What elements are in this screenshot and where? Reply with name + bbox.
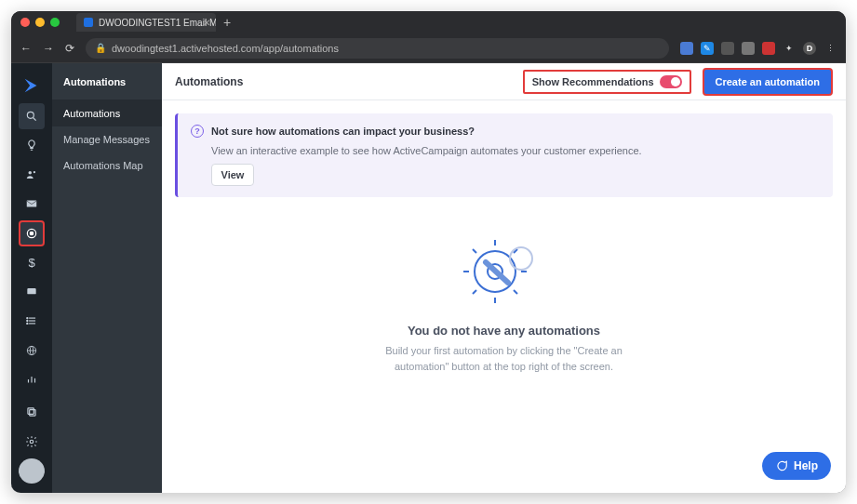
create-automation-button[interactable]: Create an automation (703, 68, 833, 96)
search-icon[interactable] (19, 103, 45, 128)
svg-point-13 (27, 323, 28, 324)
empty-title: You do not have any automations (175, 324, 833, 338)
info-banner: ? Not sure how automations can impact yo… (175, 113, 833, 197)
browser-toolbar: ← → ⟳ 🔒 dwoodingtest1.activehosted.com/a… (11, 33, 846, 63)
chat-icon[interactable] (19, 279, 45, 304)
left-rail: $ (11, 63, 52, 493)
sidebar-header: Automations (52, 63, 162, 100)
banner-title: Not sure how automations can impact your… (211, 126, 475, 137)
svg-point-11 (27, 318, 28, 319)
empty-description: Build your first automation by clicking … (383, 343, 625, 374)
list-icon[interactable] (19, 308, 45, 333)
reload-button[interactable]: ⟳ (65, 42, 74, 55)
copy-icon[interactable] (19, 400, 45, 425)
extension-area: ✎ ✦ D ⋮ (680, 42, 837, 55)
window-titlebar: DWOODINGTEST1 Email Mark ✕ + (11, 11, 846, 33)
svg-point-3 (33, 171, 35, 173)
close-window-icon[interactable] (20, 18, 30, 27)
svg-line-1 (33, 118, 36, 121)
svg-point-2 (29, 171, 33, 175)
ext-icon-3[interactable] (721, 42, 734, 55)
sidebar-item-manage-messages[interactable]: Manage Messages (52, 126, 162, 153)
lightbulb-icon[interactable] (19, 133, 45, 158)
dollar-icon[interactable]: $ (19, 250, 45, 275)
minimize-window-icon[interactable] (35, 18, 45, 27)
main-panel: Automations Show Recommendations Create … (162, 63, 846, 493)
chat-bubble-icon (775, 459, 788, 472)
help-label: Help (794, 459, 818, 472)
content-area: ? Not sure how automations can impact yo… (162, 100, 846, 493)
lock-icon: 🔒 (95, 43, 106, 53)
svg-rect-20 (30, 410, 35, 416)
profile-avatar[interactable]: D (803, 42, 816, 55)
banner-view-button[interactable]: View (211, 164, 254, 186)
empty-state: You do not have any automations Build yo… (175, 234, 833, 374)
window-controls (20, 18, 60, 27)
user-avatar[interactable] (19, 458, 45, 484)
reports-icon[interactable] (19, 366, 45, 391)
sidebar-item-automations-map[interactable]: Automations Map (52, 153, 162, 179)
new-tab-button[interactable]: + (223, 15, 231, 30)
browser-menu-icon[interactable]: ⋮ (824, 42, 837, 55)
help-button[interactable]: Help (762, 452, 831, 480)
svg-rect-21 (28, 408, 33, 414)
automations-icon[interactable] (19, 220, 45, 246)
toggle-switch-icon[interactable] (660, 75, 682, 88)
tab-title: DWOODINGTEST1 Email Mark (99, 18, 216, 28)
svg-point-0 (27, 112, 33, 118)
close-tab-icon[interactable]: ✕ (203, 18, 210, 28)
maximize-window-icon[interactable] (50, 18, 60, 27)
sidebar: Automations Automations Manage Messages … (52, 63, 162, 493)
svg-point-6 (30, 232, 33, 235)
ext-icon-1[interactable] (680, 42, 693, 55)
svg-rect-7 (27, 288, 35, 294)
sidebar-item-automations[interactable]: Automations (52, 100, 162, 126)
contacts-icon[interactable] (19, 162, 45, 187)
mail-icon[interactable] (19, 192, 45, 217)
page-title: Automations (175, 75, 243, 88)
back-button[interactable]: ← (20, 42, 32, 55)
app-logo[interactable] (17, 71, 47, 99)
banner-description: View an interactive example to see how A… (211, 145, 820, 156)
extensions-puzzle-icon[interactable]: ✦ (783, 42, 796, 55)
svg-point-25 (510, 247, 532, 270)
svg-point-12 (27, 321, 28, 322)
ext-icon-5[interactable] (762, 42, 775, 55)
address-bar[interactable]: 🔒 dwoodingtest1.activehosted.com/app/aut… (86, 38, 669, 59)
url-text: dwoodingtest1.activehosted.com/app/autom… (112, 43, 339, 54)
settings-gear-icon[interactable] (19, 429, 45, 454)
show-recommendations-toggle[interactable]: Show Recommendations (523, 70, 691, 94)
ext-icon-4[interactable] (742, 42, 755, 55)
top-bar: Automations Show Recommendations Create … (162, 63, 846, 100)
ext-icon-2[interactable]: ✎ (701, 42, 714, 55)
svg-point-22 (30, 440, 33, 444)
info-banner-icon: ? (191, 125, 204, 138)
forward-button[interactable]: → (43, 42, 54, 55)
tab-favicon (84, 18, 93, 27)
show-recommendations-label: Show Recommendations (532, 76, 654, 87)
globe-icon[interactable] (19, 338, 45, 363)
browser-tab[interactable]: DWOODINGTEST1 Email Mark ✕ (76, 13, 216, 32)
empty-gear-illustration (449, 234, 560, 309)
